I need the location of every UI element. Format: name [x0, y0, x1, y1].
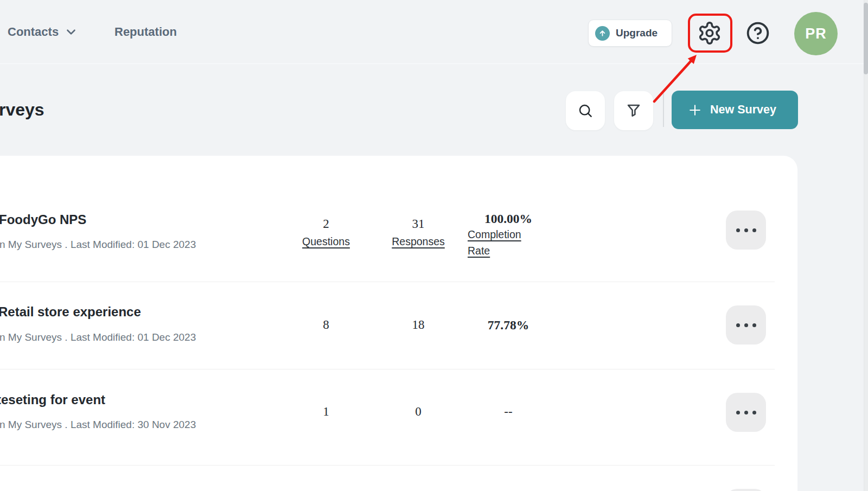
nav-contacts-label: Contacts — [8, 25, 59, 39]
annotation-highlight-box — [688, 14, 732, 53]
ellipsis-icon — [736, 323, 740, 327]
row-menu-button[interactable] — [726, 305, 766, 345]
completion-value: 100.00% — [468, 212, 549, 226]
new-survey-button[interactable]: New Survey — [672, 91, 798, 129]
arrow-up-circle-icon — [595, 26, 610, 41]
toolbar-divider — [663, 93, 664, 127]
responses-value: 0 — [369, 405, 467, 419]
questions-value: 8 — [277, 318, 375, 332]
ellipsis-icon — [736, 228, 740, 232]
page-title: rveys — [0, 100, 44, 120]
questions-value: 2 — [277, 217, 375, 231]
nav-item-contacts[interactable]: Contacts — [8, 25, 78, 39]
survey-meta: n My Surveys . Last Modified: 30 Nov 202… — [0, 419, 196, 431]
nav-reputation-label: Reputation — [114, 25, 177, 39]
avatar[interactable]: PR — [794, 12, 838, 55]
responses-value: 18 — [369, 318, 467, 332]
questions-link[interactable]: Questions — [277, 235, 375, 248]
ellipsis-icon — [736, 411, 740, 415]
responses-value: 31 — [369, 217, 467, 231]
survey-title[interactable]: Retail store experience — [0, 304, 141, 320]
row-divider — [0, 369, 775, 369]
row-divider — [0, 465, 775, 466]
filter-button[interactable] — [614, 91, 653, 130]
avatar-initials: PR — [805, 25, 827, 42]
search-icon — [577, 102, 594, 119]
upgrade-label: Upgrade — [616, 27, 658, 39]
help-icon — [746, 21, 770, 45]
row-menu-button[interactable] — [726, 211, 766, 250]
search-button[interactable] — [566, 91, 605, 130]
completion-value: 77.78% — [468, 318, 549, 333]
upgrade-button[interactable]: Upgrade — [588, 20, 672, 47]
chevron-down-icon — [64, 25, 78, 39]
plus-icon — [687, 102, 703, 118]
responses-link[interactable]: Responses — [369, 235, 467, 248]
survey-meta: n My Surveys . Last Modified: 01 Dec 202… — [0, 331, 196, 343]
new-survey-label: New Survey — [710, 103, 776, 117]
completion-link[interactable]: Completion — [468, 228, 521, 241]
header-divider — [0, 63, 864, 64]
scrollbar-thumb[interactable] — [864, 3, 868, 74]
help-button[interactable] — [746, 21, 770, 45]
survey-meta: n My Surveys . Last Modified: 01 Dec 202… — [0, 239, 196, 251]
filter-icon — [625, 102, 642, 119]
app-window: Contacts Reputation Upgrade PR — [0, 0, 868, 491]
survey-title[interactable]: teseting for event — [0, 392, 105, 407]
survey-title[interactable]: FoodyGo NPS — [0, 212, 86, 227]
completion-link-line2[interactable]: Rate — [468, 245, 490, 257]
row-menu-button[interactable] — [726, 393, 766, 432]
row-divider — [0, 282, 775, 282]
completion-value: -- — [468, 405, 549, 419]
nav-item-reputation[interactable]: Reputation — [114, 25, 177, 39]
questions-value: 1 — [277, 405, 375, 419]
